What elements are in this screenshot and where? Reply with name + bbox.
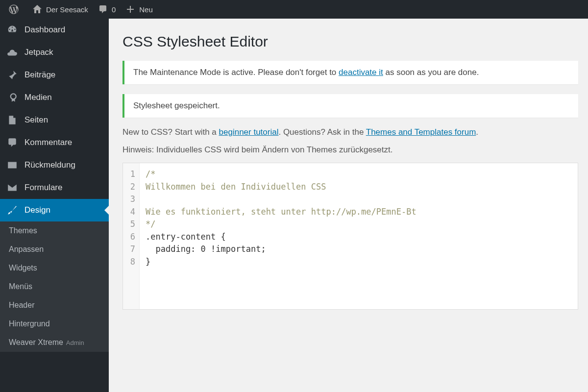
- code-line: }: [146, 256, 572, 269]
- comment-icon: [7, 137, 18, 148]
- site-name-label: Der Seesack: [46, 5, 88, 14]
- code-line: padding: 0 !important;: [146, 243, 572, 256]
- dashboard-icon: [7, 24, 18, 35]
- beginner-tutorial-link[interactable]: beginner tutorial: [219, 127, 279, 137]
- submenu-admin-suffix: Admin: [66, 339, 84, 346]
- notice-saved: Stylesheet gespeichert.: [122, 94, 578, 118]
- sidebar-item-label: Design: [24, 205, 50, 215]
- line-number: 1: [127, 168, 135, 181]
- sidebar-item-label: Formulare: [24, 183, 62, 193]
- themes-forum-link[interactable]: Themes and Templates forum: [366, 127, 476, 137]
- notice-maintenance: The Maintenance Mode is active. Please d…: [122, 61, 578, 84]
- admin-sidebar: DashboardJetpackBeiträgeMedienSeitenKomm…: [0, 19, 109, 392]
- line-number-gutter: 12345678: [123, 163, 140, 309]
- sidebar-item-design[interactable]: Design: [0, 199, 109, 221]
- deactivate-link[interactable]: deactivate it: [339, 68, 383, 77]
- sidebar-item-dashboard[interactable]: Dashboard: [0, 19, 109, 41]
- code-line: /*: [146, 168, 572, 181]
- media-icon: [7, 92, 18, 103]
- sidebar-item-medien[interactable]: Medien: [0, 86, 109, 109]
- intro-pre: New to CSS? Start with a: [122, 127, 219, 137]
- comments-link[interactable]: 0: [93, 0, 121, 19]
- wp-logo-button[interactable]: [4, 0, 27, 19]
- sidebar-item-rückmeldung[interactable]: Rückmeldung: [0, 154, 109, 176]
- notice-text-pre: The Maintenance Mode is active. Please d…: [133, 68, 339, 77]
- line-number: 3: [127, 193, 135, 206]
- main-content: CSS Stylesheet Editor The Maintenance Mo…: [109, 19, 588, 392]
- sidebar-item-label: Medien: [24, 93, 52, 102]
- wordpress-logo-icon: [9, 4, 19, 14]
- notice-text-post: as soon as you are done.: [383, 68, 479, 77]
- submenu-item-weaver-xtreme[interactable]: Weaver XtremeAdmin: [0, 333, 109, 352]
- sidebar-item-label: Seiten: [24, 115, 48, 125]
- code-line: .entry-content {: [146, 231, 572, 244]
- submenu-item-hintergrund[interactable]: Hintergrund: [0, 315, 109, 333]
- feedback-icon: [7, 160, 18, 171]
- sidebar-item-label: Beiträge: [24, 70, 55, 80]
- code-area[interactable]: /*Willkommen bei den Individuellen CSSWi…: [140, 163, 578, 309]
- brush-icon: [7, 205, 18, 216]
- new-content-link[interactable]: Neu: [121, 0, 158, 19]
- code-line: Willkommen bei den Individuellen CSS: [146, 181, 572, 194]
- sidebar-item-label: Dashboard: [24, 25, 65, 35]
- code-line: Wie es funktioniert, steht unter http://…: [146, 206, 572, 219]
- sidebar-item-label: Jetpack: [24, 48, 53, 57]
- line-number: 2: [127, 181, 135, 194]
- intro-paragraph: New to CSS? Start with a beginner tutori…: [122, 127, 578, 137]
- line-number: 5: [127, 218, 135, 231]
- submenu-item-anpassen[interactable]: Anpassen: [0, 240, 109, 259]
- mail-icon: [7, 182, 18, 193]
- notice-saved-text: Stylesheet gespeichert.: [133, 101, 220, 110]
- line-number: 7: [127, 243, 135, 256]
- sidebar-item-label: Kommentare: [24, 138, 72, 147]
- pin-icon: [7, 70, 18, 80]
- line-number: 6: [127, 231, 135, 244]
- cloud-icon: [7, 47, 18, 58]
- sidebar-item-kommentare[interactable]: Kommentare: [0, 131, 109, 154]
- sidebar-item-seiten[interactable]: Seiten: [0, 109, 109, 131]
- comment-icon: [98, 4, 108, 14]
- home-icon: [32, 4, 42, 14]
- design-submenu: ThemesAnpassenWidgetsMenüsHeaderHintergr…: [0, 221, 109, 352]
- submenu-item-header[interactable]: Header: [0, 296, 109, 315]
- sidebar-item-jetpack[interactable]: Jetpack: [0, 41, 109, 64]
- plus-icon: [125, 4, 135, 14]
- sidebar-item-label: Rückmeldung: [24, 160, 75, 170]
- submenu-item-menüs[interactable]: Menüs: [0, 277, 109, 296]
- submenu-item-themes[interactable]: Themes: [0, 221, 109, 240]
- hint-paragraph: Hinweis: Individuelles CSS wird beim Änd…: [122, 145, 578, 155]
- line-number: 8: [127, 256, 135, 269]
- new-label: Neu: [139, 5, 153, 14]
- css-editor[interactable]: 12345678 /*Willkommen bei den Individuel…: [122, 163, 578, 310]
- site-home-link[interactable]: Der Seesack: [27, 0, 93, 19]
- intro-post: .: [476, 127, 478, 137]
- admin-bar: Der Seesack 0 Neu: [0, 0, 588, 19]
- line-number: 4: [127, 206, 135, 219]
- submenu-item-widgets[interactable]: Widgets: [0, 259, 109, 277]
- intro-mid: . Questions? Ask in the: [278, 127, 366, 137]
- sidebar-item-beiträge[interactable]: Beiträge: [0, 64, 109, 86]
- code-line: [146, 193, 572, 206]
- page-icon: [7, 115, 18, 125]
- comments-count: 0: [112, 5, 116, 14]
- code-line: */: [146, 218, 572, 231]
- page-title: CSS Stylesheet Editor: [122, 33, 578, 50]
- sidebar-item-formulare[interactable]: Formulare: [0, 176, 109, 199]
